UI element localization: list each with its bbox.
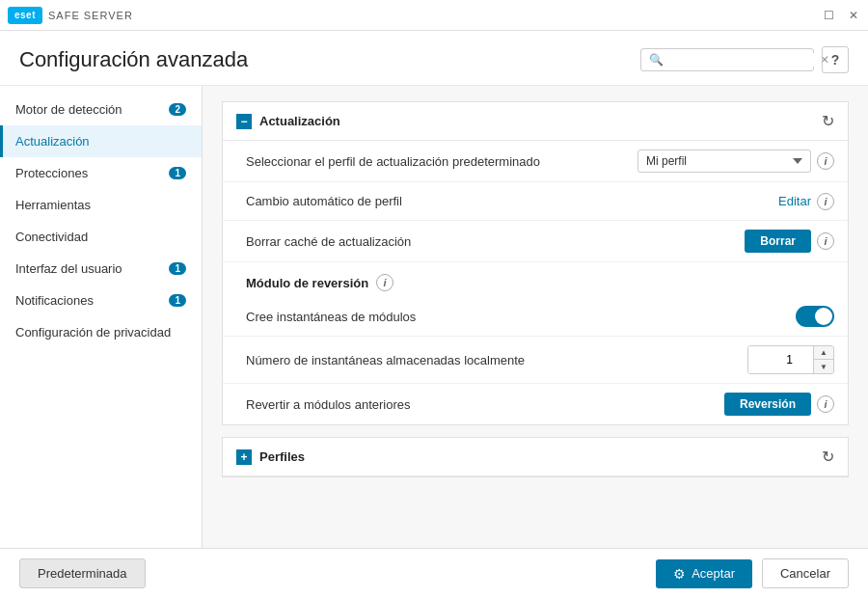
spinner-up-button[interactable]: ▲ (814, 346, 833, 360)
cambio-automatico-info-icon[interactable]: i (817, 193, 834, 210)
modulo-reversion-header: Módulo de reversión i (223, 262, 848, 297)
main-panel: − Actualización ↻ Seleccionar el perfil … (203, 86, 868, 548)
sidebar-label-actualizacion: Actualización (15, 134, 186, 149)
num-instantaneas-control: ▲ ▼ (747, 345, 834, 374)
perfil-info-icon[interactable]: i (817, 152, 834, 170)
perfiles-section-title: Perfiles (259, 449, 814, 464)
window-controls: ☐ ✕ (822, 9, 860, 22)
revertir-info-icon[interactable]: i (817, 395, 834, 413)
cambio-automatico-label: Cambio automático de perfil (246, 194, 767, 208)
header: Configuración avanzada 🔍 ✕ ? (0, 31, 868, 86)
sidebar-item-protecciones[interactable]: Protecciones 1 (0, 157, 202, 189)
sidebar: Motor de detección 2 Actualización Prote… (0, 86, 203, 548)
sidebar-badge-notificaciones: 1 (169, 294, 186, 307)
sidebar-label-conectividad: Conectividad (15, 230, 186, 244)
revertir-modulos-control: Reversión i (724, 393, 834, 416)
revertir-modulos-label: Revertir a módulos anteriores (246, 397, 713, 412)
borrar-cache-row: Borrar caché de actualización Borrar i (223, 221, 848, 262)
crear-instantaneas-label: Cree instantáneas de módulos (246, 310, 784, 324)
sidebar-item-actualizacion[interactable]: Actualización (0, 125, 202, 157)
spinner-buttons: ▲ ▼ (813, 346, 833, 373)
content-area: Motor de detección 2 Actualización Prote… (0, 86, 868, 548)
sidebar-item-config-privacidad[interactable]: Configuración de privacidad (0, 316, 202, 348)
minimize-button[interactable]: ☐ (822, 9, 835, 22)
main-container: Configuración avanzada 🔍 ✕ ? Motor de de… (0, 31, 868, 598)
sidebar-badge-motor-deteccion: 2 (169, 103, 186, 116)
actualizacion-collapse-button[interactable]: − (236, 114, 252, 129)
modulo-reversion-title: Módulo de reversión (246, 276, 368, 290)
toggle-slider (796, 306, 834, 327)
sidebar-item-herramientas[interactable]: Herramientas (0, 189, 202, 221)
perfiles-section-header: + Perfiles ↻ (223, 438, 848, 476)
actualizacion-reset-icon[interactable]: ↻ (822, 112, 834, 130)
help-button[interactable]: ? (822, 46, 849, 73)
perfil-actualizacion-label: Seleccionar el perfil de actualización p… (246, 154, 626, 169)
accept-icon: ⚙ (673, 566, 686, 582)
cambio-automatico-control: Editar i (778, 193, 834, 210)
app-name: SAFE SERVER (48, 10, 133, 21)
reversion-button[interactable]: Reversión (724, 393, 811, 416)
search-icon: 🔍 (649, 53, 664, 67)
borrar-cache-label: Borrar caché de actualización (246, 234, 733, 249)
sidebar-item-conectividad[interactable]: Conectividad (0, 221, 202, 253)
cambio-automatico-link[interactable]: Editar (778, 194, 811, 208)
sidebar-item-interfaz-usuario[interactable]: Interfaz del usuario 1 (0, 253, 202, 285)
sidebar-label-interfaz-usuario: Interfaz del usuario (15, 261, 163, 276)
close-button[interactable]: ✕ (847, 9, 860, 22)
modulo-reversion-info-icon[interactable]: i (376, 274, 393, 291)
num-instantaneas-label: Número de instantáneas almacenadas local… (246, 353, 736, 367)
crear-instantaneas-toggle[interactable] (796, 306, 834, 327)
search-input[interactable] (669, 53, 814, 67)
cambio-automatico-row: Cambio automático de perfil Editar i (223, 182, 848, 221)
perfil-actualizacion-control: Mi perfil i (637, 150, 834, 173)
perfiles-section: + Perfiles ↻ (222, 437, 849, 477)
perfiles-expand-button[interactable]: + (236, 449, 252, 465)
borrar-cache-control: Borrar i (745, 230, 834, 253)
sidebar-item-notificaciones[interactable]: Notificaciones 1 (0, 285, 202, 316)
num-instantaneas-spinner: ▲ ▼ (747, 345, 834, 374)
actualizacion-section-content: Seleccionar el perfil de actualización p… (223, 141, 848, 424)
sidebar-label-herramientas: Herramientas (15, 198, 186, 212)
actualizacion-section-header: − Actualización ↻ (223, 102, 848, 141)
spinner-down-button[interactable]: ▼ (814, 360, 833, 373)
perfil-actualizacion-row: Seleccionar el perfil de actualización p… (223, 141, 848, 182)
borrar-cache-button[interactable]: Borrar (745, 230, 811, 253)
accept-label: Aceptar (692, 566, 735, 581)
sidebar-label-protecciones: Protecciones (15, 166, 163, 180)
actualizacion-section: − Actualización ↻ Seleccionar el perfil … (222, 101, 849, 425)
revertir-modulos-row: Revertir a módulos anteriores Reversión … (223, 384, 848, 424)
page-title: Configuración avanzada (19, 47, 640, 72)
num-instantaneas-row: Número de instantáneas almacenadas local… (223, 337, 848, 384)
accept-button[interactable]: ⚙ Aceptar (656, 559, 752, 588)
crear-instantaneas-row: Cree instantáneas de módulos (223, 297, 848, 337)
perfil-actualizacion-select[interactable]: Mi perfil (637, 150, 811, 173)
footer: Predeterminada ⚙ Aceptar Cancelar (0, 548, 868, 598)
app-logo: eset SAFE SERVER (8, 7, 133, 24)
sidebar-badge-interfaz: 1 (169, 262, 186, 275)
default-button[interactable]: Predeterminada (19, 558, 146, 588)
actualizacion-section-title: Actualización (259, 114, 814, 128)
sidebar-label-motor-deteccion: Motor de detección (15, 102, 163, 117)
borrar-cache-info-icon[interactable]: i (817, 232, 834, 250)
sidebar-label-config-privacidad: Configuración de privacidad (15, 325, 186, 340)
perfiles-reset-icon[interactable]: ↻ (822, 448, 834, 466)
titlebar: eset SAFE SERVER ☐ ✕ (0, 0, 868, 31)
crear-instantaneas-control (796, 306, 834, 327)
sidebar-label-notificaciones: Notificaciones (15, 293, 163, 308)
cancel-button[interactable]: Cancelar (762, 558, 849, 588)
sidebar-badge-protecciones: 1 (169, 167, 186, 179)
eset-logo-icon: eset (8, 7, 42, 24)
sidebar-item-motor-deteccion[interactable]: Motor de detección 2 (0, 94, 202, 125)
num-instantaneas-input[interactable] (748, 346, 813, 373)
search-bar: 🔍 ✕ (640, 48, 814, 71)
